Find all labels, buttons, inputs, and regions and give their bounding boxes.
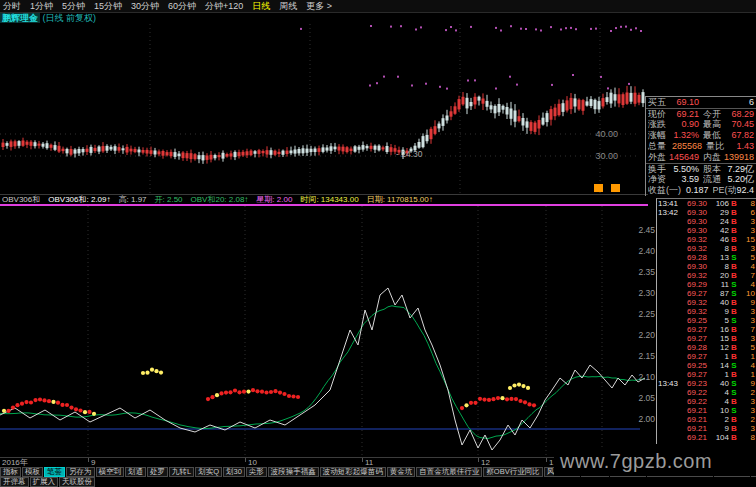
indicator-tab[interactable]: 波段操手福鑫 <box>268 467 319 477</box>
tick-price: 69.32 <box>681 244 707 253</box>
chart-mode-label: (日线 前复权) <box>43 13 97 23</box>
signal-dot <box>145 371 149 375</box>
signal-speck <box>551 84 553 86</box>
signal-dot <box>38 397 42 401</box>
tick-volume: 29 <box>707 208 729 217</box>
tick-count: 3 <box>739 307 755 316</box>
indicator-tab[interactable]: 划通 <box>125 467 146 477</box>
tick-volume: 10 <box>707 406 729 415</box>
toolbar-item-9[interactable]: 更多 > <box>306 0 332 12</box>
indicator-tab[interactable]: 处罗 <box>147 467 168 477</box>
toolbar-item-5[interactable]: 60分钟 <box>168 0 196 12</box>
signal-dot <box>251 388 255 392</box>
tick-row: 69.2716B7 <box>657 325 756 334</box>
obv-line <box>0 288 645 450</box>
quote-value: 69.10 <box>672 97 699 108</box>
indicator-tab[interactable]: 黄金坑 <box>387 467 416 477</box>
chart-title-bar: 鹏辉理金 (日线 前复权) <box>0 13 648 24</box>
indicator-tab[interactable]: 指标 <box>0 467 21 477</box>
candlestick-chart[interactable]: 40.0030.00- 24.30 <box>0 24 648 195</box>
tick-volume: 24 <box>707 217 729 226</box>
tick-row: 13:4369.2340S9 <box>657 379 756 388</box>
candle-body <box>578 100 581 110</box>
candle-body <box>518 116 521 121</box>
candle-body <box>338 147 341 151</box>
candle-body <box>46 143 49 148</box>
bottom-tab[interactable]: 天联股份 <box>59 477 95 487</box>
candle-body <box>90 147 93 153</box>
indicator-tab[interactable]: 笔荟 <box>44 467 65 477</box>
tick-trade-list[interactable]: 13:4169.30106B813:4269.3029B669.3024B369… <box>656 198 756 444</box>
indicator-tab[interactable]: 另存为 <box>66 467 95 477</box>
tick-count: 1 <box>739 352 755 361</box>
tick-time <box>658 397 681 406</box>
candle-body <box>146 150 149 154</box>
candle-body <box>22 141 25 146</box>
quote-label: 现价 <box>648 109 672 119</box>
bottom-tab[interactable]: 扩展入 <box>30 477 59 487</box>
candle-body <box>34 142 37 146</box>
signal-dot <box>60 403 64 407</box>
tick-volume: 9 <box>707 424 729 433</box>
tick-time: 13:43 <box>658 379 681 388</box>
indicator-tab[interactable]: 尖形 <box>246 467 267 477</box>
toolbar-item-3[interactable]: 15分钟 <box>94 0 122 12</box>
tick-volume: 13 <box>707 253 729 262</box>
toolbar-item-6[interactable]: 分钟+120 <box>205 0 243 12</box>
signal-dot <box>215 393 219 397</box>
trading-app-window: 分时1分钟5分钟15分钟30分钟60分钟分钟+120日线周线更多 > 鹏辉理金 … <box>0 0 756 487</box>
tick-direction: B <box>729 397 739 406</box>
param-segment-2: 高: 1.97 <box>119 195 147 204</box>
indicator-tab[interactable]: 九转L <box>169 467 194 477</box>
tick-volume: 104 <box>707 433 729 442</box>
toolbar-item-2[interactable]: 5分钟 <box>62 0 85 12</box>
tick-price: 69.21 <box>681 433 707 442</box>
tick-row: 13:4169.30106B8 <box>657 199 756 208</box>
axis-month-label: 11 <box>365 459 373 467</box>
tick-time <box>658 316 681 325</box>
tick-volume: 12 <box>707 343 729 352</box>
signal-speck <box>509 76 511 78</box>
tick-count: 10 <box>739 289 755 298</box>
indicator-tab[interactable]: 模板 <box>22 467 43 477</box>
signal-dot <box>264 390 268 394</box>
signal-dot <box>150 368 154 372</box>
marker-block <box>594 184 603 192</box>
toolbar-item-4[interactable]: 30分钟 <box>131 0 159 12</box>
candle-body <box>110 147 113 150</box>
toolbar-item-1[interactable]: 1分钟 <box>30 0 53 12</box>
indicator-tab[interactable]: 自置金坑最佳行业 <box>416 467 482 477</box>
candle-body <box>622 94 625 105</box>
signal-dot <box>233 388 237 392</box>
signal-dot <box>269 390 273 394</box>
tick-time <box>658 280 681 289</box>
signal-dot <box>509 397 513 401</box>
tick-count: 2 <box>739 415 755 424</box>
candle-body <box>442 118 445 126</box>
indicator-tab[interactable]: 划实Q <box>195 467 222 477</box>
toolbar-item-0[interactable]: 分时 <box>3 0 21 12</box>
candle-body <box>370 146 373 149</box>
toolbar-item-8[interactable]: 周线 <box>279 0 297 12</box>
indicator-tab[interactable]: 察OBV行业同比 <box>483 467 542 477</box>
signal-dot <box>532 403 536 407</box>
tick-volume: 106 <box>707 199 729 208</box>
indicator-tab[interactable]: 横空到 <box>96 467 125 477</box>
low-price-marker: - 24.30 <box>396 149 423 159</box>
candle-body <box>42 144 45 147</box>
indicator-tab[interactable]: 波动短彩起爆苗码 <box>320 467 386 477</box>
signal-speck <box>467 80 469 82</box>
signal-speck <box>520 28 522 30</box>
tick-time <box>658 352 681 361</box>
candle-body <box>554 108 557 117</box>
indicator-tab[interactable]: 划30 <box>223 467 245 477</box>
bottom-tab[interactable]: 开弹幕 <box>0 477 29 487</box>
toolbar-item-7[interactable]: 日线 <box>252 0 270 12</box>
candle-body <box>238 152 241 156</box>
obv-indicator-chart[interactable]: 2.452.402.352.302.252.202.152.102.052.00 <box>0 206 658 457</box>
candle-body <box>570 98 573 109</box>
signal-speck <box>474 79 476 81</box>
signal-speck <box>300 28 302 30</box>
quote-value: 1.32% <box>672 130 699 141</box>
param-segment-5: 星期: 2.00 <box>256 195 292 204</box>
